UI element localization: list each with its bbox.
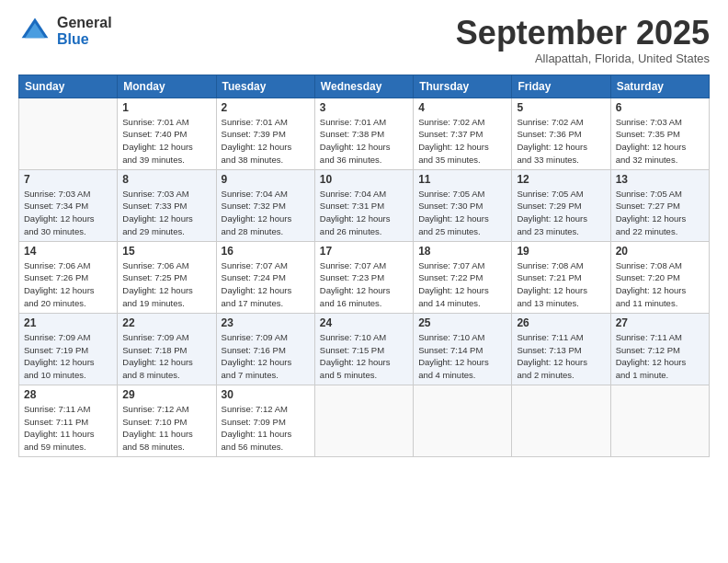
day-info: Sunrise: 7:03 AM Sunset: 7:35 PM Dayligh… bbox=[616, 116, 704, 167]
table-cell: 24Sunrise: 7:10 AM Sunset: 7:15 PM Dayli… bbox=[314, 313, 413, 385]
table-cell: 1Sunrise: 7:01 AM Sunset: 7:40 PM Daylig… bbox=[118, 98, 216, 169]
table-cell bbox=[512, 385, 610, 456]
day-info: Sunrise: 7:07 AM Sunset: 7:24 PM Dayligh… bbox=[222, 259, 310, 310]
day-number: 7 bbox=[24, 173, 112, 186]
logo-icon bbox=[18, 15, 51, 48]
table-cell: 13Sunrise: 7:05 AM Sunset: 7:27 PM Dayli… bbox=[610, 169, 709, 241]
day-info: Sunrise: 7:09 AM Sunset: 7:18 PM Dayligh… bbox=[122, 331, 210, 382]
day-number: 5 bbox=[517, 101, 605, 114]
day-info: Sunrise: 7:06 AM Sunset: 7:26 PM Dayligh… bbox=[24, 259, 112, 310]
table-cell: 30Sunrise: 7:12 AM Sunset: 7:09 PM Dayli… bbox=[216, 385, 314, 456]
day-info: Sunrise: 7:08 AM Sunset: 7:20 PM Dayligh… bbox=[616, 259, 704, 310]
day-number: 12 bbox=[517, 173, 605, 186]
table-cell: 21Sunrise: 7:09 AM Sunset: 7:19 PM Dayli… bbox=[19, 313, 118, 385]
table-cell: 23Sunrise: 7:09 AM Sunset: 7:16 PM Dayli… bbox=[216, 313, 314, 385]
day-number: 17 bbox=[320, 245, 408, 258]
col-thursday: Thursday bbox=[414, 75, 512, 98]
table-cell: 18Sunrise: 7:07 AM Sunset: 7:22 PM Dayli… bbox=[414, 241, 512, 313]
day-info: Sunrise: 7:04 AM Sunset: 7:32 PM Dayligh… bbox=[222, 188, 310, 238]
table-cell: 10Sunrise: 7:04 AM Sunset: 7:31 PM Dayli… bbox=[314, 169, 413, 241]
table-cell: 29Sunrise: 7:12 AM Sunset: 7:10 PM Dayli… bbox=[118, 385, 216, 456]
day-info: Sunrise: 7:01 AM Sunset: 7:40 PM Dayligh… bbox=[122, 116, 210, 167]
calendar-header-row: Sunday Monday Tuesday Wednesday Thursday… bbox=[19, 75, 710, 98]
day-number: 13 bbox=[616, 173, 704, 186]
table-cell: 26Sunrise: 7:11 AM Sunset: 7:13 PM Dayli… bbox=[512, 313, 610, 385]
day-number: 24 bbox=[320, 316, 408, 329]
day-number: 22 bbox=[122, 316, 210, 329]
table-cell: 22Sunrise: 7:09 AM Sunset: 7:18 PM Dayli… bbox=[118, 313, 216, 385]
day-number: 16 bbox=[222, 245, 310, 258]
logo-blue: Blue bbox=[57, 31, 112, 48]
day-number: 20 bbox=[616, 245, 704, 258]
logo: General Blue bbox=[18, 15, 112, 48]
day-info: Sunrise: 7:12 AM Sunset: 7:10 PM Dayligh… bbox=[122, 403, 210, 454]
table-cell bbox=[314, 385, 413, 456]
day-info: Sunrise: 7:02 AM Sunset: 7:37 PM Dayligh… bbox=[418, 116, 506, 167]
table-cell bbox=[414, 385, 512, 456]
day-number: 9 bbox=[222, 173, 310, 186]
logo-general: General bbox=[57, 15, 112, 31]
day-info: Sunrise: 7:04 AM Sunset: 7:31 PM Dayligh… bbox=[320, 188, 408, 238]
table-cell: 9Sunrise: 7:04 AM Sunset: 7:32 PM Daylig… bbox=[216, 169, 314, 241]
day-number: 21 bbox=[24, 316, 112, 329]
table-cell: 2Sunrise: 7:01 AM Sunset: 7:39 PM Daylig… bbox=[216, 98, 314, 169]
table-cell: 27Sunrise: 7:11 AM Sunset: 7:12 PM Dayli… bbox=[610, 313, 709, 385]
day-info: Sunrise: 7:07 AM Sunset: 7:23 PM Dayligh… bbox=[320, 259, 408, 310]
col-sunday: Sunday bbox=[19, 75, 118, 98]
day-info: Sunrise: 7:09 AM Sunset: 7:16 PM Dayligh… bbox=[222, 331, 310, 382]
day-info: Sunrise: 7:11 AM Sunset: 7:12 PM Dayligh… bbox=[616, 331, 704, 382]
day-number: 3 bbox=[320, 101, 408, 114]
day-info: Sunrise: 7:10 AM Sunset: 7:15 PM Dayligh… bbox=[320, 331, 408, 382]
day-info: Sunrise: 7:01 AM Sunset: 7:38 PM Dayligh… bbox=[320, 116, 408, 167]
table-cell: 11Sunrise: 7:05 AM Sunset: 7:30 PM Dayli… bbox=[414, 169, 512, 241]
day-number: 26 bbox=[517, 316, 605, 329]
day-number: 28 bbox=[24, 388, 112, 401]
day-info: Sunrise: 7:11 AM Sunset: 7:11 PM Dayligh… bbox=[24, 403, 112, 454]
month-title: September 2025 bbox=[456, 15, 710, 52]
calendar-week-row: 14Sunrise: 7:06 AM Sunset: 7:26 PM Dayli… bbox=[19, 241, 710, 313]
table-cell: 3Sunrise: 7:01 AM Sunset: 7:38 PM Daylig… bbox=[314, 98, 413, 169]
table-cell: 12Sunrise: 7:05 AM Sunset: 7:29 PM Dayli… bbox=[512, 169, 610, 241]
day-info: Sunrise: 7:08 AM Sunset: 7:21 PM Dayligh… bbox=[517, 259, 605, 310]
day-number: 4 bbox=[418, 101, 506, 114]
day-info: Sunrise: 7:12 AM Sunset: 7:09 PM Dayligh… bbox=[222, 403, 310, 454]
day-info: Sunrise: 7:01 AM Sunset: 7:39 PM Dayligh… bbox=[222, 116, 310, 167]
table-cell bbox=[19, 98, 118, 169]
day-number: 8 bbox=[122, 173, 210, 186]
day-info: Sunrise: 7:11 AM Sunset: 7:13 PM Dayligh… bbox=[517, 331, 605, 382]
col-tuesday: Tuesday bbox=[216, 75, 314, 98]
calendar-week-row: 21Sunrise: 7:09 AM Sunset: 7:19 PM Dayli… bbox=[19, 313, 710, 385]
day-info: Sunrise: 7:06 AM Sunset: 7:25 PM Dayligh… bbox=[122, 259, 210, 310]
col-monday: Monday bbox=[118, 75, 216, 98]
col-wednesday: Wednesday bbox=[314, 75, 413, 98]
day-number: 1 bbox=[122, 101, 210, 114]
col-friday: Friday bbox=[512, 75, 610, 98]
day-info: Sunrise: 7:07 AM Sunset: 7:22 PM Dayligh… bbox=[418, 259, 506, 310]
day-number: 27 bbox=[616, 316, 704, 329]
day-number: 15 bbox=[122, 245, 210, 258]
page: General Blue September 2025 Allapattah, … bbox=[0, 0, 728, 563]
day-number: 14 bbox=[24, 245, 112, 258]
table-cell: 15Sunrise: 7:06 AM Sunset: 7:25 PM Dayli… bbox=[118, 241, 216, 313]
table-cell: 25Sunrise: 7:10 AM Sunset: 7:14 PM Dayli… bbox=[414, 313, 512, 385]
day-info: Sunrise: 7:05 AM Sunset: 7:29 PM Dayligh… bbox=[517, 188, 605, 238]
table-cell: 17Sunrise: 7:07 AM Sunset: 7:23 PM Dayli… bbox=[314, 241, 413, 313]
table-cell bbox=[610, 385, 709, 456]
table-cell: 20Sunrise: 7:08 AM Sunset: 7:20 PM Dayli… bbox=[610, 241, 709, 313]
calendar-week-row: 1Sunrise: 7:01 AM Sunset: 7:40 PM Daylig… bbox=[19, 98, 710, 169]
day-number: 18 bbox=[418, 245, 506, 258]
header: General Blue September 2025 Allapattah, … bbox=[18, 15, 710, 65]
col-saturday: Saturday bbox=[610, 75, 709, 98]
day-number: 10 bbox=[320, 173, 408, 186]
day-number: 23 bbox=[222, 316, 310, 329]
day-info: Sunrise: 7:02 AM Sunset: 7:36 PM Dayligh… bbox=[517, 116, 605, 167]
day-info: Sunrise: 7:05 AM Sunset: 7:27 PM Dayligh… bbox=[616, 188, 704, 238]
day-number: 30 bbox=[222, 388, 310, 401]
day-info: Sunrise: 7:03 AM Sunset: 7:33 PM Dayligh… bbox=[122, 188, 210, 238]
day-number: 25 bbox=[418, 316, 506, 329]
table-cell: 8Sunrise: 7:03 AM Sunset: 7:33 PM Daylig… bbox=[118, 169, 216, 241]
table-cell: 16Sunrise: 7:07 AM Sunset: 7:24 PM Dayli… bbox=[216, 241, 314, 313]
table-cell: 19Sunrise: 7:08 AM Sunset: 7:21 PM Dayli… bbox=[512, 241, 610, 313]
day-number: 11 bbox=[418, 173, 506, 186]
day-info: Sunrise: 7:10 AM Sunset: 7:14 PM Dayligh… bbox=[418, 331, 506, 382]
